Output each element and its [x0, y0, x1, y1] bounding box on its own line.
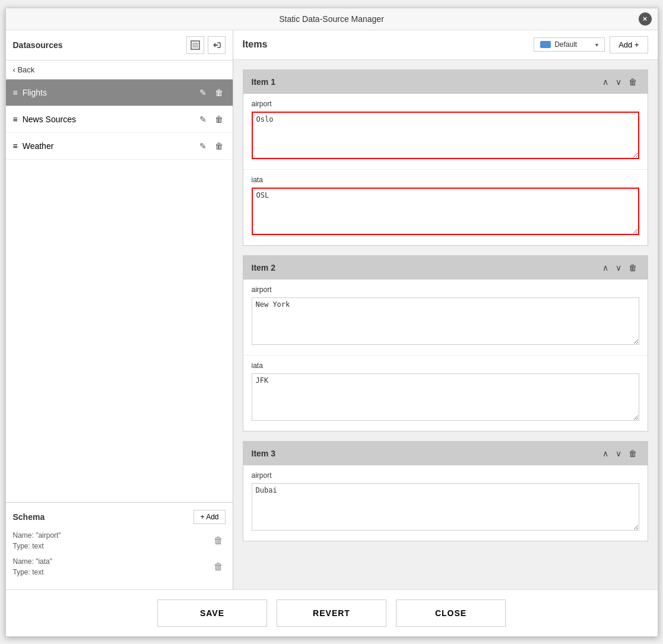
back-button[interactable]: ‹ Back [6, 61, 233, 80]
item-card-header-2: Item 2 ∧ ∨ 🗑 [243, 256, 648, 280]
ds-label-news: News Sources [23, 115, 197, 124]
revert-button[interactable]: REVERT [277, 599, 386, 627]
item2-airport-label: airport [252, 285, 639, 294]
item-card-actions-1: ∧ ∨ 🗑 [600, 76, 639, 88]
ds-icon-news: ≡ [13, 115, 18, 124]
items-title: Items [243, 39, 268, 50]
item-card-title-2: Item 2 [252, 263, 275, 272]
schema-panel: Schema + Add Name: "airport" Type: text … [6, 502, 233, 589]
edit-weather-button[interactable]: ✎ [197, 140, 209, 152]
modal-header: Static Data-Source Manager × [6, 8, 658, 30]
schema-name-iata: Name: "iata" [13, 556, 53, 567]
schema-title: Schema [13, 512, 45, 522]
item1-airport-field: airport Oslo [243, 94, 648, 170]
items-controls: Default ▾ Add + [534, 36, 648, 53]
schema-item-iata: Name: "iata" Type: text 🗑 [13, 556, 226, 578]
ds-icon-weather: ≡ [13, 141, 18, 151]
schema-info-airport: Name: "airport" Type: text [13, 530, 61, 551]
items-header: Items Default ▾ Add + [233, 30, 658, 60]
schema-item-airport: Name: "airport" Type: text 🗑 [13, 530, 226, 551]
item2-up-button[interactable]: ∧ [600, 262, 611, 274]
item1-down-button[interactable]: ∨ [613, 76, 624, 88]
ds-label-weather: Weather [23, 141, 197, 151]
item3-airport-label: airport [252, 471, 639, 480]
item1-airport-textarea[interactable]: Oslo [252, 112, 639, 159]
new-ds-icon [191, 40, 200, 50]
item1-iata-field: iata OSL [243, 170, 648, 245]
header-buttons [186, 36, 226, 54]
back-label: ‹ Back [13, 65, 35, 74]
add-item-button[interactable]: Add + [610, 36, 648, 53]
schema-info-iata: Name: "iata" Type: text [13, 556, 53, 578]
edit-flights-button[interactable]: ✎ [197, 87, 209, 99]
datasource-item-news[interactable]: ≡ News Sources ✎ 🗑 [6, 106, 233, 133]
item-card-3: Item 3 ∧ ∨ 🗑 airport Dubai [243, 441, 648, 541]
close-button[interactable]: CLOSE [396, 599, 506, 627]
ds-actions-flights: ✎ 🗑 [197, 87, 226, 99]
item-card-title-3: Item 3 [252, 449, 275, 458]
ds-actions-weather: ✎ 🗑 [197, 140, 226, 152]
item1-up-button[interactable]: ∧ [600, 76, 611, 88]
item3-down-button[interactable]: ∨ [613, 448, 624, 459]
datasource-list: ≡ Flights ✎ 🗑 ≡ News Sources ✎ 🗑 [6, 80, 233, 502]
datasource-item-flights[interactable]: ≡ Flights ✎ 🗑 [6, 80, 233, 106]
datasource-item-weather[interactable]: ≡ Weather ✎ 🗑 [6, 133, 233, 160]
schema-name-airport: Name: "airport" [13, 530, 61, 541]
add-schema-button[interactable]: + Add [193, 510, 225, 524]
item1-iata-label: iata [252, 176, 639, 184]
modal-title: Static Data-Source Manager [279, 14, 384, 24]
schema-type-airport: Type: text [13, 541, 61, 551]
lang-arrow-icon: ▾ [595, 42, 598, 48]
modal-footer: SAVE REVERT CLOSE [6, 589, 658, 636]
item2-down-button[interactable]: ∨ [613, 262, 624, 274]
edit-news-button[interactable]: ✎ [197, 113, 209, 125]
item2-iata-textarea[interactable]: JFK [252, 373, 639, 421]
lang-text: Default [554, 40, 592, 49]
item2-airport-field: airport New York [243, 280, 648, 356]
item3-delete-button[interactable]: 🗑 [626, 448, 639, 459]
item1-airport-label: airport [252, 100, 639, 108]
left-panel: Datasources [6, 30, 233, 589]
modal: Static Data-Source Manager × Datasources [5, 8, 658, 637]
item3-airport-textarea[interactable]: Dubai [252, 483, 639, 531]
item-card-actions-2: ∧ ∨ 🗑 [600, 262, 639, 274]
item3-up-button[interactable]: ∧ [600, 448, 611, 459]
item-card-2: Item 2 ∧ ∨ 🗑 airport New York iata JFK [243, 255, 648, 432]
item-card-header-1: Item 1 ∧ ∨ 🗑 [243, 70, 648, 94]
item2-iata-label: iata [252, 361, 639, 370]
modal-body: Datasources [6, 30, 658, 589]
schema-type-iata: Type: text [13, 567, 53, 578]
delete-schema-airport-button[interactable]: 🗑 [211, 534, 226, 547]
lang-select[interactable]: Default ▾ [534, 37, 605, 52]
datasources-title: Datasources [13, 40, 63, 50]
save-button[interactable]: SAVE [157, 599, 267, 627]
ds-actions-news: ✎ 🗑 [197, 113, 226, 125]
delete-flights-button[interactable]: 🗑 [212, 87, 226, 99]
import-ds-icon [212, 40, 221, 50]
item3-airport-field: airport Dubai [243, 465, 648, 541]
item1-delete-button[interactable]: 🗑 [626, 76, 639, 88]
delete-schema-iata-button[interactable]: 🗑 [211, 560, 226, 573]
item2-delete-button[interactable]: 🗑 [626, 262, 639, 274]
item2-airport-textarea[interactable]: New York [252, 297, 639, 345]
item-card-1: Item 1 ∧ ∨ 🗑 airport Oslo iata OSL [243, 69, 648, 246]
items-content: Item 1 ∧ ∨ 🗑 airport Oslo iata OSL [233, 60, 658, 589]
right-panel: Items Default ▾ Add + Item 1 [233, 30, 658, 589]
close-x-button[interactable]: × [639, 12, 652, 26]
new-datasource-button[interactable] [186, 36, 204, 54]
lang-flag-icon [540, 41, 551, 48]
schema-header: Schema + Add [13, 510, 226, 524]
delete-news-button[interactable]: 🗑 [212, 113, 226, 125]
datasources-header: Datasources [6, 30, 233, 61]
item-card-title-1: Item 1 [252, 77, 275, 87]
import-datasource-button[interactable] [208, 36, 226, 54]
delete-weather-button[interactable]: 🗑 [212, 140, 226, 152]
item2-iata-field: iata JFK [243, 356, 648, 431]
item1-iata-textarea[interactable]: OSL [252, 188, 639, 235]
ds-icon-flights: ≡ [13, 88, 18, 97]
item-card-actions-3: ∧ ∨ 🗑 [600, 448, 639, 459]
ds-label-flights: Flights [23, 88, 197, 97]
item-card-header-3: Item 3 ∧ ∨ 🗑 [243, 442, 648, 465]
